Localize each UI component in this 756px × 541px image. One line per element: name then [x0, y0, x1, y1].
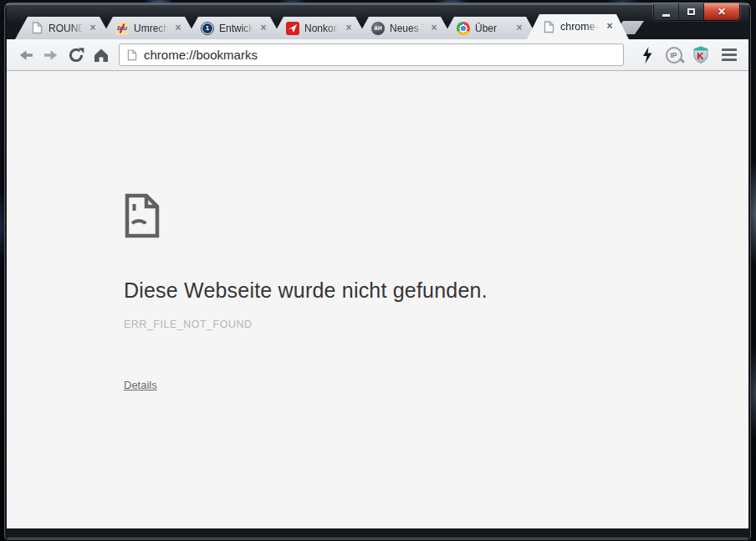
- ip-label: IP: [670, 51, 677, 59]
- maximize-button[interactable]: [679, 3, 704, 20]
- error-code: ERR_FILE_NOT_FOUND: [124, 319, 715, 330]
- address-bar[interactable]: chrome://bookmarks: [119, 43, 624, 66]
- url-text: chrome://bookmarks: [144, 48, 258, 62]
- desktop-background: ✕ ROUNDH × blu: [0, 0, 756, 541]
- ip-lookup-extension-button[interactable]: IP: [662, 43, 685, 66]
- kaspersky-shield-icon: K: [693, 46, 708, 64]
- tab-title: Neues Th: [390, 23, 426, 34]
- page-icon: [30, 22, 43, 35]
- tab-title: chrome-e: [560, 21, 601, 33]
- home-button[interactable]: [89, 43, 114, 68]
- android-hilfe-icon: AH: [371, 22, 385, 35]
- ah-icon-text: AH: [374, 25, 381, 31]
- close-window-button[interactable]: ✕: [704, 3, 739, 20]
- tab-title: Umrechn: [134, 23, 170, 34]
- chrome-menu-button[interactable]: [717, 43, 742, 68]
- close-window-icon: ✕: [718, 6, 726, 18]
- red-bird-icon: [286, 22, 299, 35]
- tab-strip: ROUNDH × blu Umrechn × 1 E: [7, 3, 748, 39]
- hamburger-menu-icon: [722, 48, 737, 51]
- browser-window: ✕ ROUNDH × blu: [5, 3, 750, 539]
- forward-button[interactable]: [38, 43, 64, 68]
- tab-entwickler[interactable]: 1 Entwickle ×: [186, 17, 283, 39]
- tab-roundhouse[interactable]: ROUNDH ×: [15, 17, 112, 39]
- maximize-icon: [687, 8, 695, 15]
- forward-arrow-icon: [42, 46, 60, 64]
- reload-icon: [67, 46, 85, 64]
- ip-lookup-icon: IP: [666, 47, 682, 64]
- tab-title: Über: [475, 23, 511, 34]
- error-heading: Diese Webseite wurde nicht gefunden.: [124, 278, 715, 303]
- tab-nonkonform[interactable]: Nonkonf ×: [271, 17, 368, 39]
- ard-icon-text: 1: [202, 23, 212, 33]
- home-icon: [92, 46, 110, 64]
- kaspersky-extension-button[interactable]: K: [689, 43, 712, 66]
- ard-das-erste-icon: 1: [201, 22, 214, 35]
- lightning-bolt-icon: [641, 46, 654, 64]
- close-tab-icon[interactable]: ×: [513, 23, 525, 34]
- close-tab-icon[interactable]: ×: [87, 23, 99, 34]
- details-link[interactable]: Details: [124, 379, 157, 391]
- lightning-bolt-extension-button[interactable]: [636, 43, 658, 66]
- minimize-button[interactable]: [654, 3, 679, 20]
- back-arrow-icon: [17, 46, 35, 64]
- tab-ueber[interactable]: Über ×: [442, 17, 539, 39]
- reload-button[interactable]: [64, 43, 89, 68]
- sad-file-icon: [124, 193, 161, 238]
- navigation-toolbar: chrome://bookmarks IP: [7, 39, 748, 71]
- page-icon: [542, 20, 555, 33]
- tab-title: Nonkonf: [304, 23, 340, 34]
- tab-title: ROUNDH: [49, 23, 84, 34]
- kaspersky-k-label: K: [693, 46, 708, 64]
- error-page: Diese Webseite wurde nicht gefunden. ERR…: [7, 71, 748, 528]
- minimize-icon: [662, 14, 670, 17]
- close-tab-icon[interactable]: ×: [172, 23, 184, 34]
- close-tab-icon[interactable]: ×: [343, 23, 355, 34]
- close-tab-icon[interactable]: ×: [428, 23, 440, 34]
- blu-icon: blu: [115, 22, 129, 35]
- tab-neues-thema[interactable]: AH Neues Th ×: [356, 17, 453, 39]
- window-controls: ✕: [653, 3, 740, 21]
- back-button[interactable]: [13, 43, 38, 68]
- close-tab-icon[interactable]: ×: [258, 23, 269, 34]
- page-icon: [127, 49, 137, 61]
- tab-chrome-error-active[interactable]: chrome-e ×: [527, 14, 629, 39]
- tab-title: Entwickle: [219, 23, 255, 34]
- close-tab-icon[interactable]: ×: [604, 21, 616, 33]
- chrome-logo-icon: [457, 22, 470, 35]
- tab-umrechner[interactable]: blu Umrechn ×: [100, 17, 197, 39]
